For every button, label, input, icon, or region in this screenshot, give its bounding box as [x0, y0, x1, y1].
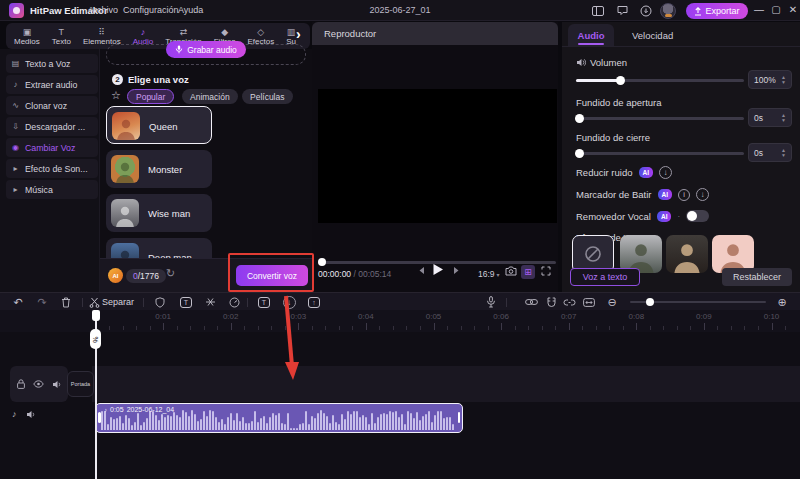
sidebar-item-efecto-de-sonido[interactable]: ▸Efecto de Son... — [6, 159, 98, 178]
speed-gauge-icon[interactable] — [226, 295, 242, 309]
split-scissors-icon[interactable] — [86, 295, 102, 309]
sidebar-item-cambiar-voz[interactable]: ◉Cambiar Voz — [6, 138, 98, 157]
cover-thumbnail[interactable]: Portada — [67, 371, 94, 397]
aspect-ratio-dropdown[interactable]: 16:9▾ — [478, 269, 500, 279]
close-button[interactable]: ✕ — [786, 4, 800, 15]
waveform-bar — [197, 421, 199, 430]
convert-voice-button[interactable]: Convertir voz — [236, 265, 308, 286]
lock-icon[interactable] — [17, 379, 25, 389]
download-center-icon[interactable] — [638, 3, 654, 18]
voice-effect-woman[interactable] — [666, 235, 708, 273]
remove-cut-icon[interactable] — [202, 295, 218, 309]
ruler-tick — [731, 326, 732, 330]
fade-out-slider[interactable] — [576, 152, 744, 155]
grid-overlay-button[interactable]: ⊞ — [521, 265, 535, 279]
download-circle-icon[interactable]: ↓ — [696, 188, 709, 201]
play-button[interactable] — [432, 263, 444, 276]
layout-panels-icon[interactable] — [590, 3, 606, 18]
voice-card-wise-man[interactable]: Wise man — [106, 194, 212, 232]
download-circle-icon[interactable]: ↓ — [281, 295, 297, 309]
voice-card-queen[interactable]: Queen — [106, 106, 212, 144]
waveform-bar — [419, 420, 421, 430]
timeline-zoom-slider[interactable] — [630, 301, 766, 303]
feedback-bubble-icon[interactable] — [614, 3, 630, 18]
tab-efectos[interactable]: ◇Efectos — [247, 27, 274, 46]
timeline-ruler[interactable]: 0:010:020:030:040:050:060:070:080:090:10 — [0, 310, 800, 332]
stepper-arrows-icon[interactable]: ▲▼ — [781, 75, 786, 84]
waveform-bar — [338, 424, 340, 430]
ribbon-more-chevron-icon[interactable]: › — [296, 26, 301, 42]
audio-clip[interactable]: ♪ 0:05 2025-06-12_04 — [95, 403, 463, 433]
redo-icon[interactable]: ↷ — [34, 295, 50, 309]
fullscreen-icon[interactable] — [541, 266, 551, 276]
category-popular[interactable]: Popular — [127, 89, 174, 104]
next-frame-button[interactable] — [453, 266, 462, 275]
ruler-tick — [204, 326, 205, 330]
voiceover-mic-icon[interactable] — [483, 295, 499, 309]
beat-marker-label: Marcador de Batir — [576, 189, 652, 200]
previous-frame-button[interactable] — [416, 266, 425, 275]
zoom-slider-handle[interactable] — [646, 298, 654, 306]
chain-link-icon[interactable] — [561, 295, 577, 309]
waveform-bar — [320, 410, 322, 430]
tab-medios[interactable]: ▣Medios — [14, 27, 40, 46]
info-icon[interactable]: i — [678, 189, 690, 201]
vocal-remover-toggle[interactable] — [686, 210, 709, 222]
sidebar-item-musica[interactable]: ▸Música — [6, 180, 98, 199]
fade-in-stepper[interactable]: 0s▲▼ — [748, 108, 792, 127]
voice-card-monster[interactable]: Monster — [106, 150, 212, 188]
stepper-arrows-icon[interactable]: ▲▼ — [781, 148, 786, 157]
reset-button[interactable]: Restablecer — [722, 268, 792, 286]
tab-elementos[interactable]: ⠿Elementos — [83, 27, 121, 46]
waveform-bar — [257, 422, 259, 430]
tab-subtitulos-truncated[interactable]: ▥Su — [286, 27, 296, 46]
eye-visibility-icon[interactable] — [33, 380, 44, 388]
export-button[interactable]: Exportar — [686, 3, 748, 19]
zoom-out-icon[interactable]: ⊖ — [604, 295, 620, 309]
volume-stepper[interactable]: 100%▲▼ — [748, 70, 792, 89]
shield-protect-icon[interactable] — [152, 295, 168, 309]
playhead-badge[interactable]: % — [90, 329, 101, 349]
fade-in-slider[interactable] — [576, 117, 744, 120]
zoom-in-icon[interactable]: ⊕ — [774, 295, 790, 309]
favorites-star-icon[interactable]: ☆ — [111, 89, 121, 102]
category-peliculas[interactable]: Películas — [242, 89, 293, 104]
playhead-flag[interactable] — [92, 310, 100, 321]
link-clips-icon[interactable] — [523, 295, 539, 309]
record-audio-button[interactable]: Grabar audio — [166, 41, 246, 58]
tab-texto[interactable]: TTexto — [52, 27, 71, 46]
delete-trash-icon[interactable] — [58, 295, 74, 309]
subtitles-icon: ▥ — [287, 27, 296, 37]
clip-right-handle[interactable] — [458, 412, 461, 423]
undo-icon[interactable]: ↶ — [10, 295, 26, 309]
split-label[interactable]: Separar — [102, 297, 134, 307]
volume-slider[interactable] — [576, 79, 744, 82]
fade-out-stepper[interactable]: 0s▲▼ — [748, 143, 792, 162]
user-avatar[interactable] — [660, 3, 676, 19]
refresh-icon[interactable]: ↻ — [166, 267, 175, 280]
stepper-arrows-icon[interactable]: ▲▼ — [781, 113, 786, 122]
minimize-button[interactable]: — — [752, 4, 766, 15]
sidebar-item-texto-a-voz[interactable]: ▤Texto a Voz — [6, 54, 98, 73]
mute-speaker-icon[interactable] — [52, 380, 62, 389]
tab-audio[interactable]: ♪Audio — [133, 27, 153, 46]
upload-box-icon[interactable]: ↑ — [306, 295, 322, 309]
properties-tab-velocidad[interactable]: Velocidad — [624, 24, 681, 46]
download-circle-icon[interactable]: ↓ — [659, 166, 672, 179]
video-track[interactable] — [92, 366, 800, 402]
audio-track-icon[interactable]: ♪ — [12, 409, 17, 419]
sidebar-item-descargador[interactable]: ⇩Descargador ... — [6, 117, 98, 136]
magnet-snap-icon[interactable] — [543, 295, 559, 309]
fit-timeline-icon[interactable] — [581, 295, 597, 309]
category-animacion[interactable]: Animación — [182, 89, 238, 104]
mute-speaker-icon[interactable] — [26, 410, 36, 419]
sidebar-item-clonar-voz[interactable]: ∿Clonar voz — [6, 96, 98, 115]
maximize-button[interactable]: ▢ — [769, 4, 783, 15]
waveform-bar — [323, 413, 325, 430]
text-tool-icon[interactable]: T — [178, 295, 194, 309]
voice-to-text-button[interactable]: Voz a texto — [570, 268, 640, 286]
snapshot-camera-icon[interactable] — [505, 266, 517, 276]
subtitle-text-box-icon[interactable]: T — [256, 295, 272, 309]
sidebar-item-extraer-audio[interactable]: ♪Extraer audio — [6, 75, 98, 94]
seek-handle[interactable] — [318, 258, 326, 266]
